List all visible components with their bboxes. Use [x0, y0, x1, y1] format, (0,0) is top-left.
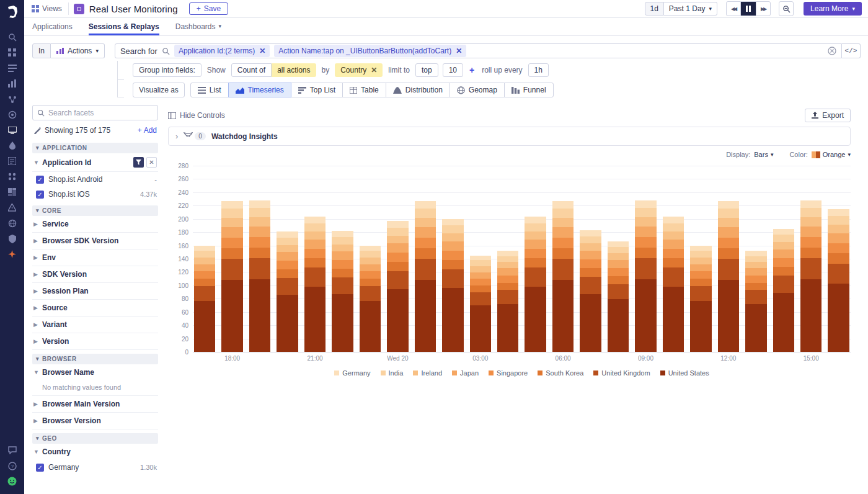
- bar-segment[interactable]: [415, 227, 436, 238]
- bar-segment[interactable]: [635, 279, 656, 352]
- bar-segment[interactable]: [552, 248, 574, 259]
- bar-segment[interactable]: [525, 267, 546, 287]
- stacked-bar[interactable]: [442, 219, 463, 352]
- filter-token-application-id[interactable]: Application Id:(2 terms) ✕: [174, 45, 270, 57]
- bar-segment[interactable]: [415, 238, 436, 248]
- bar-segment[interactable]: [332, 251, 353, 260]
- stacked-bar[interactable]: [470, 256, 491, 352]
- bar-segment[interactable]: [304, 249, 326, 258]
- bar-segment[interactable]: [718, 218, 739, 227]
- bar-segment[interactable]: [360, 258, 381, 264]
- bar-segment[interactable]: [635, 248, 656, 258]
- legend-item[interactable]: United Kingdom: [593, 369, 650, 377]
- bar-segment[interactable]: [249, 227, 270, 237]
- bar-segment[interactable]: [194, 301, 215, 353]
- dashboards-icon[interactable]: [4, 184, 20, 200]
- bar-segment[interactable]: [360, 246, 381, 251]
- bar-segment[interactable]: [690, 286, 711, 301]
- bar-segment[interactable]: [773, 276, 794, 293]
- facet-filter-icon[interactable]: [133, 157, 144, 168]
- legend-item[interactable]: Ireland: [413, 369, 442, 377]
- bar-segment[interactable]: [277, 261, 298, 269]
- bar-segment[interactable]: [828, 264, 849, 284]
- bar-segment[interactable]: [663, 231, 684, 240]
- bar-segment[interactable]: [718, 248, 739, 259]
- bar-segment[interactable]: [525, 249, 546, 258]
- bar-segment[interactable]: [360, 286, 381, 301]
- bar-segment[interactable]: [221, 280, 242, 352]
- bar-segment[interactable]: [442, 219, 463, 226]
- bar-segment[interactable]: [415, 201, 436, 209]
- bar-segment[interactable]: [635, 258, 656, 279]
- bar-segment[interactable]: [580, 294, 601, 352]
- bar-segment[interactable]: [442, 260, 463, 269]
- bar-segment[interactable]: [277, 278, 298, 295]
- bar-segment[interactable]: [470, 292, 491, 305]
- bar-segment[interactable]: [828, 233, 849, 243]
- bar-segment[interactable]: [387, 243, 408, 253]
- facet-section-application[interactable]: ▾APPLICATION: [32, 143, 158, 153]
- bar-segment[interactable]: [304, 223, 326, 231]
- export-button[interactable]: Export: [805, 109, 851, 122]
- bar-segment[interactable]: [718, 227, 739, 238]
- pause-icon[interactable]: [741, 1, 756, 16]
- remove-filter-icon[interactable]: ✕: [456, 47, 462, 55]
- facet-version[interactable]: ▶Version: [32, 333, 158, 350]
- bar-segment[interactable]: [470, 260, 491, 266]
- viz-timeseries-button[interactable]: Timeseries: [228, 83, 291, 97]
- integrations-icon[interactable]: [4, 169, 20, 184]
- checkbox-checked-icon[interactable]: ✓: [36, 464, 44, 472]
- bar-segment[interactable]: [663, 249, 684, 258]
- bar-segment[interactable]: [773, 267, 794, 276]
- bar-segment[interactable]: [277, 238, 298, 245]
- bar-segment[interactable]: [773, 229, 794, 235]
- stacked-bar[interactable]: [800, 200, 822, 352]
- facet-search[interactable]: [32, 105, 158, 120]
- legend-item[interactable]: South Korea: [538, 369, 583, 377]
- bar-segment[interactable]: [525, 223, 546, 231]
- bar-segment[interactable]: [718, 280, 739, 352]
- bar-segment[interactable]: [608, 268, 629, 276]
- bits-ai-icon[interactable]: [4, 246, 20, 262]
- bar-segment[interactable]: [194, 286, 215, 301]
- bar-segment[interactable]: [608, 284, 629, 300]
- bar-segment[interactable]: [580, 236, 601, 244]
- bar-segment[interactable]: [690, 271, 711, 279]
- bar-segment[interactable]: [249, 217, 270, 227]
- bar-segment[interactable]: [304, 231, 326, 240]
- bar-segment[interactable]: [442, 251, 463, 260]
- bar-segment[interactable]: [608, 260, 629, 268]
- security-icon[interactable]: [4, 231, 20, 246]
- bar-segment[interactable]: [690, 279, 711, 286]
- viz-distribution-button[interactable]: Distribution: [386, 83, 450, 97]
- clear-search-icon[interactable]: [828, 47, 836, 55]
- bar-segment[interactable]: [663, 223, 684, 231]
- legend-item[interactable]: Singapore: [489, 369, 528, 377]
- bar-segment[interactable]: [552, 259, 574, 280]
- checkbox-checked-icon[interactable]: ✓: [36, 176, 44, 184]
- bar-segment[interactable]: [249, 237, 270, 248]
- bar-segment[interactable]: [773, 258, 794, 267]
- bar-segment[interactable]: [663, 267, 684, 287]
- bar-segment[interactable]: [800, 237, 822, 248]
- bar-segment[interactable]: [415, 209, 436, 218]
- bar-segment[interactable]: [608, 253, 629, 260]
- bar-segment[interactable]: [635, 227, 656, 237]
- time-range-dropdown[interactable]: Past 1 Day ▾: [664, 2, 717, 16]
- facet-service[interactable]: ▶Service: [32, 216, 158, 233]
- stacked-bar[interactable]: [221, 201, 242, 352]
- bar-segment[interactable]: [745, 290, 766, 304]
- bar-segment[interactable]: [332, 245, 353, 252]
- bar-segment[interactable]: [277, 245, 298, 253]
- bar-segment[interactable]: [745, 304, 766, 352]
- bar-segment[interactable]: [828, 209, 849, 217]
- bar-segment[interactable]: [663, 217, 684, 223]
- bar-segment[interactable]: [304, 258, 326, 267]
- host-map-icon[interactable]: [4, 60, 20, 76]
- bar-segment[interactable]: [745, 276, 766, 283]
- bar-segment[interactable]: [718, 238, 739, 248]
- facet-value-row[interactable]: ✓ Germany 1.30k: [32, 460, 158, 475]
- stacked-bar[interactable]: [580, 230, 601, 352]
- bar-segment[interactable]: [304, 287, 326, 352]
- facet-value-row[interactable]: ✓ Shop.ist iOS 4.37k: [32, 187, 158, 202]
